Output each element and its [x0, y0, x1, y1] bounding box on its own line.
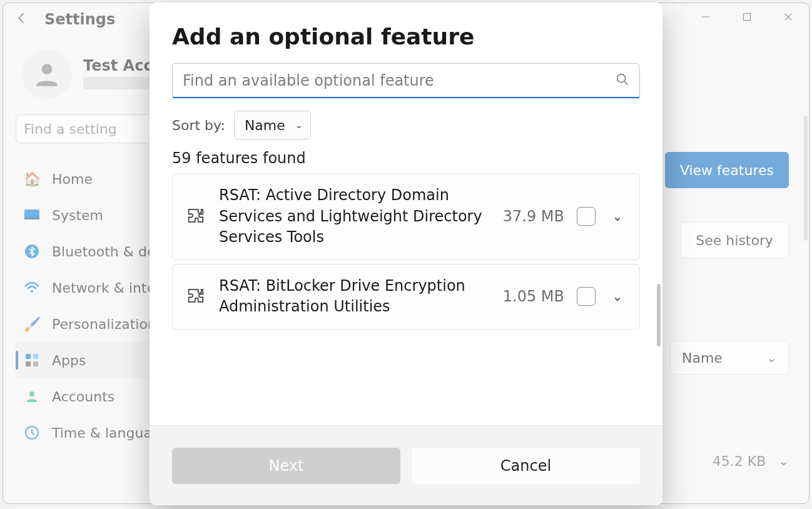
feature-item[interactable]: RSAT: BitLocker Drive Encryption Adminis…: [172, 264, 640, 330]
chevron-down-icon: ⌄: [295, 120, 303, 130]
add-feature-dialog: Add an optional feature Sort by: Name ⌄ …: [150, 3, 662, 505]
feature-name: RSAT: BitLocker Drive Encryption Adminis…: [219, 276, 490, 318]
feature-item[interactable]: RSAT: Active Directory Domain Services a…: [172, 173, 640, 260]
feature-name: RSAT: Active Directory Domain Services a…: [219, 185, 490, 248]
next-button-label: Next: [269, 457, 304, 475]
sort-label: Sort by:: [172, 118, 225, 133]
dialog-sort-row: Sort by: Name ⌄: [172, 111, 640, 139]
feature-checkbox[interactable]: [577, 287, 596, 306]
cancel-button-label: Cancel: [500, 457, 551, 475]
dialog-sort-dropdown[interactable]: Name ⌄: [234, 111, 311, 139]
dialog-search[interactable]: [172, 63, 640, 98]
svg-line-16: [624, 81, 628, 84]
svg-point-15: [617, 74, 626, 82]
feature-size: 1.05 MB: [503, 288, 564, 305]
search-icon: [616, 73, 629, 89]
chevron-down-icon[interactable]: ⌄: [608, 209, 627, 224]
puzzle-icon: [185, 287, 206, 306]
next-button[interactable]: Next: [172, 448, 400, 484]
dialog-sort-value: Name: [245, 118, 285, 133]
features-found-label: 59 features found: [172, 149, 640, 167]
feature-checkbox[interactable]: [577, 207, 596, 226]
dialog-footer: Next Cancel: [150, 425, 662, 505]
dialog-scrollbar[interactable]: [657, 284, 661, 346]
dialog-title: Add an optional feature: [172, 24, 640, 49]
feature-size: 37.9 MB: [503, 208, 564, 225]
cancel-button[interactable]: Cancel: [412, 448, 640, 484]
feature-list: RSAT: Active Directory Domain Services a…: [172, 173, 640, 380]
dialog-search-input[interactable]: [183, 72, 616, 89]
chevron-down-icon[interactable]: ⌄: [608, 289, 627, 304]
puzzle-icon: [185, 207, 206, 226]
